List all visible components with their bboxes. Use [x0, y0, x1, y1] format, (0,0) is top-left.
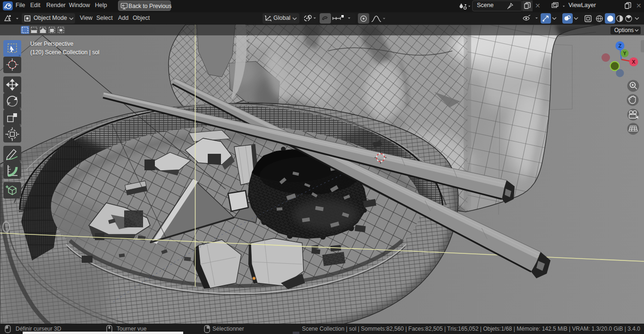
svg-text:X: X [632, 59, 636, 65]
svg-text:Y: Y [623, 51, 627, 56]
svg-text:Z: Z [619, 43, 622, 49]
